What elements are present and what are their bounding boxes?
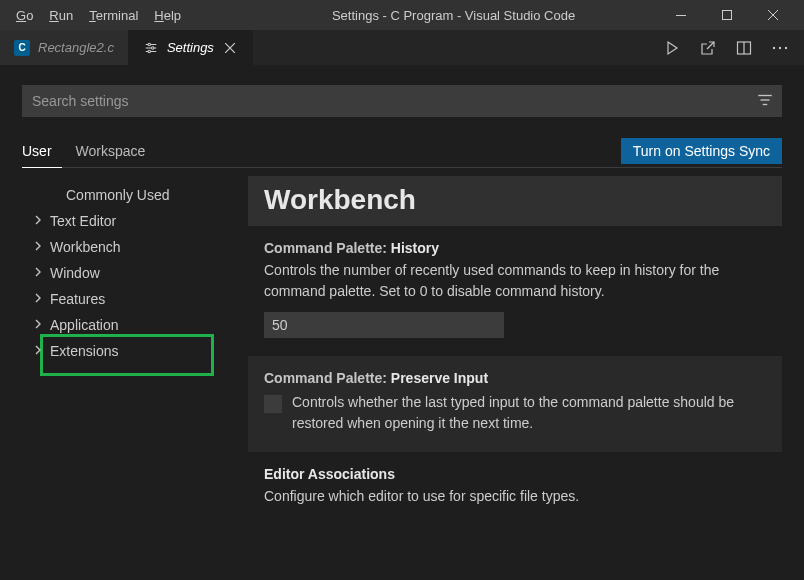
svg-point-6	[151, 46, 153, 48]
settings-editor: User Workspace Turn on Settings Sync Com…	[0, 65, 804, 580]
setting-title: Editor Associations	[264, 466, 766, 482]
scope-tabs: User Workspace Turn on Settings Sync	[22, 135, 782, 168]
title-bar: Go Run Terminal Help Settings - C Progra…	[0, 0, 804, 30]
settings-content: Workbench Command Palette: History Contr…	[232, 176, 782, 580]
run-icon[interactable]	[662, 38, 682, 58]
chevron-right-icon	[32, 291, 48, 307]
setting-title: Command Palette: Preserve Input	[264, 370, 766, 386]
more-actions-icon[interactable]	[770, 38, 790, 58]
tab-settings[interactable]: Settings	[129, 30, 253, 65]
svg-point-11	[779, 46, 781, 48]
history-value-input[interactable]	[264, 312, 504, 338]
chevron-right-icon	[32, 213, 48, 229]
open-settings-json-icon[interactable]	[698, 38, 718, 58]
editor-actions	[648, 30, 804, 65]
setting-description: Controls the number of recently used com…	[264, 260, 766, 302]
close-icon[interactable]	[222, 40, 238, 56]
scope-user[interactable]: User	[22, 135, 62, 168]
svg-point-5	[148, 43, 150, 45]
search-wrapper	[22, 85, 782, 117]
tree-text-editor[interactable]: Text Editor	[22, 208, 232, 234]
settings-sync-button[interactable]: Turn on Settings Sync	[621, 138, 782, 164]
c-file-icon: C	[14, 40, 30, 56]
close-icon[interactable]	[750, 0, 796, 30]
svg-rect-0	[676, 15, 686, 16]
svg-rect-1	[723, 11, 732, 20]
setting-title: Command Palette: History	[264, 240, 766, 256]
section-header: Workbench	[248, 176, 782, 226]
window-controls	[658, 0, 796, 30]
tree-extensions[interactable]: Extensions	[22, 338, 232, 364]
split-editor-icon[interactable]	[734, 38, 754, 58]
menu-terminal[interactable]: Terminal	[81, 4, 146, 27]
svg-point-10	[773, 46, 775, 48]
setting-description: Controls whether the last typed input to…	[292, 392, 766, 434]
chevron-right-icon	[32, 239, 48, 255]
tab-bar: C Rectangle2.c Settings	[0, 30, 804, 65]
chevron-right-icon	[32, 317, 48, 333]
settings-split: Commonly Used Text Editor Workbench Wind…	[22, 176, 782, 580]
scope-workspace[interactable]: Workspace	[76, 135, 156, 167]
chevron-right-icon	[32, 265, 48, 281]
tab-label: Settings	[167, 40, 214, 55]
preserve-input-checkbox[interactable]	[264, 395, 282, 413]
menu-go[interactable]: Go	[8, 4, 41, 27]
settings-tab-icon	[143, 40, 159, 56]
svg-point-12	[785, 46, 787, 48]
chevron-right-icon	[32, 343, 48, 359]
section-title: Workbench	[264, 184, 766, 216]
setting-command-palette-preserve-input: Command Palette: Preserve Input Controls…	[248, 356, 782, 452]
minimize-icon[interactable]	[658, 0, 704, 30]
maximize-icon[interactable]	[704, 0, 750, 30]
setting-editor-associations: Editor Associations Configure which edit…	[248, 452, 782, 513]
search-input[interactable]	[22, 85, 782, 117]
tree-application[interactable]: Application	[22, 312, 232, 338]
setting-description: Configure which editor to use for specif…	[264, 486, 766, 507]
svg-point-7	[148, 50, 150, 52]
menu-run[interactable]: Run	[41, 4, 81, 27]
filter-icon[interactable]	[756, 91, 774, 112]
menu-bar: Go Run Terminal Help	[8, 4, 189, 27]
tree-workbench[interactable]: Workbench	[22, 234, 232, 260]
window-title: Settings - C Program - Visual Studio Cod…	[249, 8, 658, 23]
tree-commonly-used[interactable]: Commonly Used	[22, 182, 232, 208]
setting-command-palette-history: Command Palette: History Controls the nu…	[248, 226, 782, 344]
tree-window[interactable]: Window	[22, 260, 232, 286]
settings-tree: Commonly Used Text Editor Workbench Wind…	[22, 176, 232, 580]
tab-file[interactable]: C Rectangle2.c	[0, 30, 129, 65]
setting-checkbox-row: Controls whether the last typed input to…	[264, 392, 766, 434]
tab-label: Rectangle2.c	[38, 40, 114, 55]
menu-help[interactable]: Help	[146, 4, 189, 27]
tree-features[interactable]: Features	[22, 286, 232, 312]
